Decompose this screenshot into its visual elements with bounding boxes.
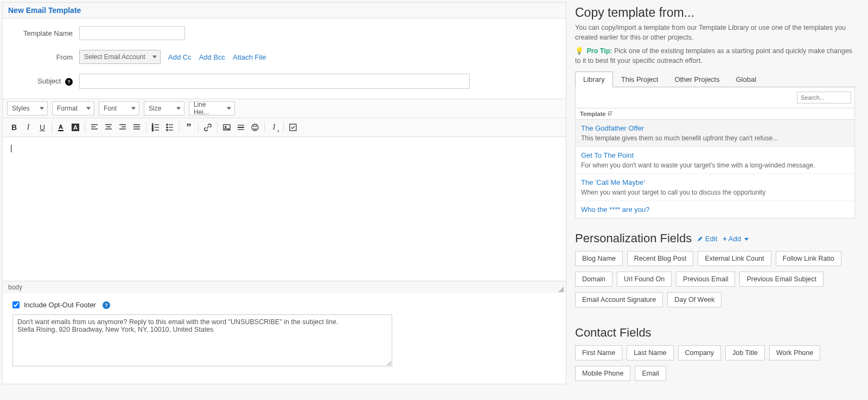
contact-pill[interactable]: Email <box>635 366 666 381</box>
edit-fields-link[interactable]: Edit <box>697 235 717 243</box>
help-icon[interactable]: ? <box>103 301 110 309</box>
copy-desc: You can copy/import a template from our … <box>575 23 855 42</box>
svg-point-24 <box>167 127 168 128</box>
personalization-pill[interactable]: Day Of Week <box>667 292 722 307</box>
optout-footer-text[interactable] <box>12 314 392 366</box>
svg-point-29 <box>225 126 226 127</box>
copy-title: Copy template from... <box>575 5 855 20</box>
bg-color-button[interactable]: A <box>68 120 82 134</box>
contact-pill[interactable]: Mobile Phone <box>575 366 630 381</box>
tab-library[interactable]: Library <box>575 72 613 87</box>
svg-rect-1 <box>58 130 63 131</box>
personalization-pills: Blog NameRecent Blog PostExternal Link C… <box>575 251 855 313</box>
resize-handle-icon[interactable] <box>558 287 564 292</box>
template-column-header[interactable]: Template <box>575 108 855 120</box>
hr-button[interactable] <box>234 120 248 134</box>
add-bcc-link[interactable]: Add Bcc <box>199 53 225 61</box>
tab-global[interactable]: Global <box>727 72 764 87</box>
source-button[interactable] <box>286 120 300 134</box>
svg-point-26 <box>167 130 168 131</box>
lightbulb-icon: 💡 <box>575 47 584 55</box>
add-field-link[interactable]: + Add <box>723 235 748 243</box>
template-row[interactable]: Get To The Point For when you don't want… <box>576 146 854 173</box>
svg-text:A: A <box>73 124 78 131</box>
template-name[interactable]: The 'Call Me Maybe' <box>581 178 849 186</box>
help-icon[interactable]: ? <box>65 78 73 86</box>
align-center-button[interactable] <box>101 120 116 134</box>
template-name[interactable]: The Godfather Offer <box>581 124 849 132</box>
blockquote-button[interactable]: ” <box>182 120 196 134</box>
template-desc: This template gives them so much benefit… <box>581 134 849 142</box>
template-desc: For when you don't want to waste your ta… <box>581 162 849 169</box>
personalization-pill[interactable]: Recent Blog Post <box>627 251 694 266</box>
personalization-pill[interactable]: Url Found On <box>617 272 672 287</box>
personalization-title: Personalization Fields <box>575 231 692 246</box>
template-search-input[interactable] <box>797 92 851 104</box>
template-name-input[interactable] <box>79 26 185 40</box>
personalization-pill[interactable]: Domain <box>575 272 612 287</box>
link-button[interactable] <box>201 120 215 134</box>
personalization-pill[interactable]: Previous Email Subject <box>739 272 824 287</box>
bold-button[interactable]: B <box>7 120 21 134</box>
subject-label: Subject ? <box>11 77 79 86</box>
personalization-pill[interactable]: External Link Count <box>698 251 771 266</box>
subject-input[interactable] <box>79 74 470 89</box>
contact-pill[interactable]: Company <box>678 345 722 360</box>
optout-label: Include Opt-Out Footer <box>24 301 96 309</box>
align-left-button[interactable] <box>87 120 101 134</box>
contact-pill[interactable]: First Name <box>575 345 622 360</box>
format-dropdown[interactable]: Format <box>52 101 94 115</box>
text-color-button[interactable]: A <box>54 120 68 134</box>
ordered-list-button[interactable]: 123 <box>149 120 163 134</box>
template-name[interactable]: Get To The Point <box>581 151 849 159</box>
template-source-tabs: Library This Project Other Projects Glob… <box>575 71 855 87</box>
personalization-pill[interactable]: Previous Email <box>676 272 735 287</box>
svg-rect-36 <box>290 124 296 131</box>
template-row[interactable]: The Godfather Offer This template gives … <box>576 120 854 146</box>
pro-tip: 💡 Pro Tip: Pick one of the existing temp… <box>575 47 855 66</box>
chevron-down-icon <box>744 238 749 241</box>
personalization-pill[interactable]: Blog Name <box>575 251 623 266</box>
template-list: The Godfather Offer This template gives … <box>575 120 855 218</box>
svg-point-33 <box>252 124 258 131</box>
styles-dropdown[interactable]: Styles <box>7 101 48 115</box>
sort-icon <box>608 111 613 117</box>
contact-title: Contact Fields <box>575 326 652 340</box>
email-template-editor: New Email Template Template Name From Se… <box>2 2 566 384</box>
emoji-button[interactable] <box>248 120 262 134</box>
image-button[interactable] <box>220 120 234 134</box>
italic-button[interactable]: I <box>21 120 35 134</box>
from-account-select[interactable]: Select Email Account <box>79 50 161 64</box>
tab-this-project[interactable]: This Project <box>613 72 667 87</box>
template-name[interactable]: Who the **** are you? <box>581 205 849 214</box>
optout-checkbox[interactable] <box>12 301 20 308</box>
template-row[interactable]: The 'Call Me Maybe' When you want your t… <box>576 173 854 201</box>
clear-format-button[interactable]: Ix <box>267 120 281 134</box>
align-justify-button[interactable] <box>130 120 144 134</box>
size-dropdown[interactable]: Size <box>144 101 184 115</box>
editor-body[interactable]: | <box>3 137 566 281</box>
underline-button[interactable]: U <box>35 120 49 134</box>
svg-text:3: 3 <box>152 128 154 132</box>
contact-pill[interactable]: Last Name <box>627 345 673 360</box>
personalization-pill[interactable]: Email Account Signature <box>575 292 663 307</box>
template-row[interactable]: Who the **** are you? <box>576 201 854 218</box>
add-cc-link[interactable]: Add Cc <box>168 53 192 61</box>
lineheight-dropdown[interactable]: Line Hei... <box>189 101 235 115</box>
contact-pills: First NameLast NameCompanyJob TitleWork … <box>575 345 855 386</box>
tab-other-projects[interactable]: Other Projects <box>666 72 727 87</box>
panel-title: New Email Template <box>3 3 566 18</box>
editor-cursor: | <box>10 144 12 152</box>
template-desc: When you want your target to call you to… <box>581 189 849 196</box>
svg-point-34 <box>253 126 254 126</box>
align-right-button[interactable] <box>116 120 130 134</box>
unordered-list-button[interactable] <box>163 120 177 134</box>
contact-pill[interactable]: Job Title <box>725 345 765 360</box>
personalization-pill[interactable]: Follow Link Ratio <box>776 251 841 266</box>
svg-text:A: A <box>59 124 63 130</box>
contact-pill[interactable]: Work Phone <box>769 345 821 360</box>
attach-file-link[interactable]: Attach File <box>233 53 266 61</box>
template-name-label: Template Name <box>11 29 79 37</box>
font-dropdown[interactable]: Font <box>99 101 139 115</box>
editor-element-path: body <box>3 281 566 293</box>
